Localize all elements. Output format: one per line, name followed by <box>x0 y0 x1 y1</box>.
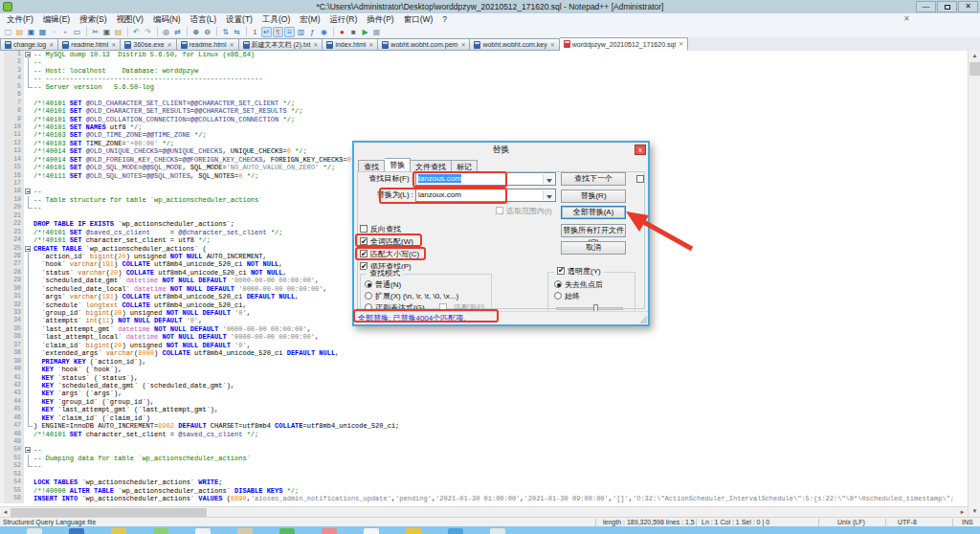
fold-margin[interactable] <box>24 204 33 211</box>
fold-margin[interactable] <box>24 116 33 123</box>
copy-icon[interactable]: ▣ <box>101 27 112 37</box>
code-line[interactable]: 4-- ------------------------------------… <box>0 75 968 82</box>
code-line[interactable]: 40 KEY `hook` (`hook`), <box>0 366 968 373</box>
find-next-button[interactable]: 查找下一个 <box>561 172 626 186</box>
code-line[interactable]: 53 <box>0 471 968 478</box>
fold-margin[interactable] <box>24 309 33 317</box>
whole-word-checkbox[interactable]: 全词匹配(W) <box>360 236 413 248</box>
close-icon[interactable]: ✕ <box>958 1 978 12</box>
tab-close-icon[interactable]: ✕ <box>167 42 172 48</box>
taskbar-app-icon[interactable] <box>322 528 337 534</box>
close-all-icon[interactable]: ▪ <box>60 27 71 37</box>
code-line[interactable]: 6 <box>0 91 968 99</box>
function-list-icon[interactable]: ƒ <box>307 27 318 37</box>
code-line[interactable]: 42 KEY `scheduled_date_gmt` (`scheduled_… <box>0 382 968 389</box>
code-line[interactable]: 9/*!40101 SET @OLD_COLLATION_CONNECTION=… <box>0 116 968 123</box>
taskbar-app-icon[interactable] <box>279 528 295 534</box>
backward-direction-checkbox[interactable]: 反向查找 <box>360 224 401 235</box>
fold-margin[interactable] <box>24 212 33 220</box>
fold-margin[interactable] <box>24 188 33 195</box>
code-line[interactable]: 52-- <box>0 462 968 470</box>
tab-close-icon[interactable]: ✕ <box>460 42 465 48</box>
code-line[interactable]: 35 `last_attempt_gmt` datetime NOT NULL … <box>0 325 968 333</box>
code-line[interactable]: 47) ENGINE=InnoDB AUTO_INCREMENT=8902 DE… <box>0 422 968 430</box>
fold-margin[interactable] <box>24 269 33 277</box>
fold-margin[interactable] <box>24 107 33 115</box>
code-line[interactable]: 5-- Server version 5.6.50-log <box>0 83 968 91</box>
dialog-tab-1[interactable]: 替换 <box>385 158 411 172</box>
code-line[interactable]: 41 KEY `status` (`status`), <box>0 374 968 382</box>
fold-margin[interactable] <box>24 164 33 171</box>
menu-item-1[interactable]: 编辑(E) <box>38 13 75 26</box>
menu-item-7[interactable]: 工具(O) <box>257 13 295 26</box>
fold-margin[interactable] <box>24 58 33 66</box>
taskbar-app-icon[interactable] <box>490 528 505 534</box>
tab-1[interactable]: readme.html✕ <box>58 38 121 51</box>
tab-8[interactable]: worddpzyw_20210512_171620.sql✕ <box>560 37 688 51</box>
fold-margin[interactable] <box>24 196 33 204</box>
find-input[interactable]: lanzous.com <box>415 172 556 186</box>
taskbar-app-icon[interactable] <box>111 528 126 534</box>
menu-item-10[interactable]: 插件(P) <box>362 13 398 26</box>
transparency-always-radio[interactable]: 始终 <box>554 291 580 302</box>
code-line[interactable]: 36 `last_attempt_local` datetime NOT NUL… <box>0 333 968 341</box>
menu-item-4[interactable]: 编码(N) <box>148 13 186 26</box>
fold-margin[interactable] <box>24 438 33 446</box>
code-line[interactable]: 56INSERT INTO `wp_actionscheduler_action… <box>0 495 968 502</box>
find-replace-icon[interactable]: ⇄ <box>172 27 183 37</box>
fold-margin[interactable] <box>24 358 33 366</box>
in-selection-checkbox[interactable]: 选取范围内(I) <box>496 206 552 217</box>
scroll-down-icon[interactable]: ▼ <box>969 506 980 517</box>
dropdown-arrow-icon[interactable] <box>543 174 554 184</box>
fold-margin[interactable] <box>24 245 33 253</box>
search-mode-normal-radio[interactable]: 普通(N) <box>365 279 401 291</box>
taskbar-app-icon[interactable] <box>237 528 253 534</box>
code-line[interactable]: 55/*!40000 ALTER TABLE `wp_actionschedul… <box>0 487 968 495</box>
tab-4[interactable]: 新建文本文档 (2).txt✕ <box>239 38 323 51</box>
vertical-scroll-thumb[interactable] <box>969 62 980 76</box>
fold-collapse-icon[interactable] <box>25 447 31 453</box>
restore-icon[interactable] <box>937 1 957 12</box>
zoom-out-icon[interactable]: ⊖ <box>202 27 212 37</box>
resize-grip-icon[interactable] <box>639 316 647 323</box>
fold-margin[interactable] <box>24 406 33 413</box>
code-line[interactable]: 37 `claim_id` bigint(20) unsigned NOT NU… <box>0 342 968 349</box>
fold-margin[interactable] <box>24 123 33 131</box>
tab-5[interactable]: index.html✕ <box>323 38 378 51</box>
fold-margin[interactable] <box>24 446 33 454</box>
fold-margin[interactable] <box>24 293 33 300</box>
fold-margin[interactable] <box>24 342 33 349</box>
fold-margin[interactable] <box>24 220 33 228</box>
fold-margin[interactable] <box>24 382 33 389</box>
macro-play-icon[interactable]: ▶ <box>360 27 370 37</box>
minimize-icon[interactable]: — <box>916 1 936 12</box>
fold-margin[interactable] <box>24 462 33 470</box>
tab-close-icon[interactable]: ✕ <box>313 42 318 48</box>
taskbar-app-icon[interactable] <box>153 528 168 534</box>
save-all-icon[interactable]: ▦ <box>37 27 48 37</box>
paste-icon[interactable]: ▤ <box>113 27 123 37</box>
code-line[interactable]: 8/*!40101 SET @OLD_CHARACTER_SET_RESULTS… <box>0 107 968 115</box>
code-line[interactable]: 11/*!40103 SET @OLD_TIME_ZONE=@@TIME_ZON… <box>0 131 968 139</box>
dropdown-arrow-icon[interactable] <box>543 190 554 200</box>
code-line[interactable]: 49 <box>0 438 968 446</box>
code-line[interactable]: 50-- <box>0 446 968 454</box>
taskbar-app-icon[interactable] <box>69 528 84 534</box>
macro-save-icon[interactable]: ▦ <box>371 27 382 37</box>
fold-margin[interactable] <box>24 374 33 382</box>
tab-6[interactable]: wobht.wobht.com.pem✕ <box>378 38 470 51</box>
fold-margin[interactable] <box>24 51 33 58</box>
print-icon[interactable]: ▭ <box>72 27 82 37</box>
fold-margin[interactable] <box>24 260 33 268</box>
fold-margin[interactable] <box>24 91 33 99</box>
dialog-close-icon[interactable]: x <box>635 145 646 155</box>
fold-margin[interactable] <box>24 422 33 430</box>
horizontal-scroll-thumb[interactable] <box>11 508 207 517</box>
taskbar-app-icon[interactable] <box>195 528 211 534</box>
match-case-checkbox[interactable]: 匹配大小写(C) <box>360 249 419 260</box>
fold-margin[interactable] <box>24 431 33 438</box>
fold-collapse-icon[interactable] <box>25 52 31 57</box>
monitoring-icon[interactable]: ◉ <box>319 27 329 37</box>
fold-margin[interactable] <box>24 325 33 333</box>
fold-margin[interactable] <box>24 478 33 486</box>
